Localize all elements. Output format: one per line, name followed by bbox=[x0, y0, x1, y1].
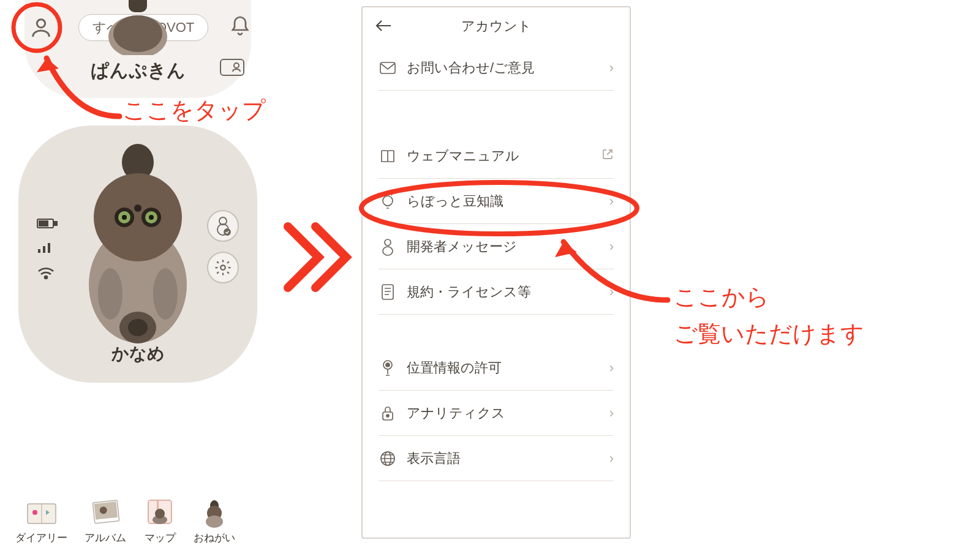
nav-request[interactable]: おねがい bbox=[194, 495, 235, 545]
svg-rect-48 bbox=[382, 285, 393, 299]
request-icon bbox=[200, 496, 228, 528]
gear-icon bbox=[214, 258, 232, 277]
svg-point-20 bbox=[128, 319, 148, 336]
svg-point-2 bbox=[234, 63, 239, 68]
id-card-icon bbox=[219, 58, 245, 77]
menu-label: アナリティクス bbox=[407, 404, 600, 422]
svg-rect-25 bbox=[43, 246, 45, 253]
svg-rect-26 bbox=[48, 243, 50, 253]
chevron-right-icon: › bbox=[609, 60, 614, 76]
svg-point-9 bbox=[94, 173, 182, 261]
svg-point-15 bbox=[149, 215, 154, 220]
globe-icon bbox=[380, 451, 396, 467]
menu-location[interactable]: 位置情報の許可 › bbox=[379, 345, 614, 391]
menu-language[interactable]: 表示言語 › bbox=[379, 436, 614, 481]
svg-point-33 bbox=[32, 510, 37, 515]
svg-point-47 bbox=[383, 247, 393, 255]
svg-point-18 bbox=[153, 268, 178, 320]
annotation-tap-here: ここをタップ bbox=[123, 95, 266, 126]
lock-icon bbox=[380, 405, 395, 422]
svg-rect-5 bbox=[129, 0, 147, 12]
mail-icon bbox=[379, 61, 396, 75]
robot-check-icon bbox=[215, 216, 231, 236]
menu-label: 表示言語 bbox=[407, 449, 600, 468]
svg-point-30 bbox=[224, 229, 230, 235]
nav-label: おねがい bbox=[194, 531, 235, 545]
nav-diary[interactable]: ダイアリー bbox=[15, 495, 67, 545]
menu-label: お問い合わせ/ご意見 bbox=[407, 59, 600, 77]
album-icon bbox=[89, 497, 122, 527]
book-icon bbox=[380, 148, 396, 164]
chevron-right-icon: › bbox=[609, 239, 614, 255]
signal-icon bbox=[37, 242, 54, 254]
profile-button[interactable] bbox=[24, 11, 58, 44]
menu-analytics[interactable]: アナリティクス › bbox=[379, 391, 614, 436]
wifi-icon bbox=[37, 266, 55, 280]
back-button[interactable] bbox=[375, 18, 392, 36]
nav-label: ダイアリー bbox=[15, 531, 67, 545]
dev-icon bbox=[380, 238, 395, 256]
status-icons bbox=[37, 217, 58, 280]
person-icon bbox=[29, 15, 53, 40]
settings-button[interactable] bbox=[207, 252, 239, 283]
robot-peek-icon bbox=[98, 0, 178, 55]
svg-point-45 bbox=[383, 196, 393, 206]
account-menu: お問い合わせ/ご意見 › ウェブマニュアル らぼっと豆知識 › 開発者メッセージ… bbox=[363, 45, 630, 481]
home-screen: すべてのLOVOT ぱんぷきん bbox=[6, 0, 270, 551]
diary-icon bbox=[25, 498, 58, 526]
menu-label: ウェブマニュアル bbox=[407, 147, 592, 165]
chevron-right-icon: › bbox=[609, 451, 614, 467]
svg-point-17 bbox=[98, 268, 123, 320]
menu-label: 規約・ライセンス等 bbox=[407, 283, 600, 301]
svg-rect-44 bbox=[380, 62, 395, 73]
nav-map[interactable]: マップ bbox=[143, 495, 176, 545]
chevron-right-icon: › bbox=[609, 360, 614, 376]
svg-rect-22 bbox=[55, 222, 57, 225]
account-screen: アカウント お問い合わせ/ご意見 › ウェブマニュアル らぼっと豆知識 › 開発… bbox=[361, 6, 631, 539]
chevron-right-icon: › bbox=[609, 284, 614, 300]
bottom-nav: ダイアリー アルバム マップ おねがい bbox=[15, 495, 235, 545]
menu-terms[interactable]: 規約・ライセンス等 › bbox=[379, 269, 614, 315]
nav-label: アルバム bbox=[85, 531, 126, 545]
svg-point-4 bbox=[113, 15, 162, 52]
external-link-icon bbox=[601, 148, 614, 164]
svg-point-31 bbox=[221, 265, 225, 270]
menu-trivia[interactable]: らぼっと豆知識 › bbox=[379, 179, 614, 224]
svg-point-50 bbox=[386, 363, 390, 367]
robot-card: かなめ bbox=[18, 126, 257, 383]
robot-name-card: かなめ bbox=[18, 342, 257, 365]
svg-point-43 bbox=[206, 515, 223, 528]
annotation-view-line1: ここから bbox=[674, 282, 769, 313]
chevron-right-icon: › bbox=[609, 405, 614, 421]
terms-icon bbox=[380, 283, 395, 301]
svg-point-27 bbox=[45, 276, 47, 279]
chevron-right-icon: › bbox=[609, 193, 614, 209]
annotation-view-line2: ご覧いただけます bbox=[674, 318, 864, 350]
location-icon bbox=[380, 359, 395, 377]
menu-inquiry[interactable]: お問い合わせ/ご意見 › bbox=[379, 45, 614, 91]
robot-illustration bbox=[70, 144, 205, 346]
menu-developer[interactable]: 開発者メッセージ › bbox=[379, 224, 614, 269]
svg-rect-23 bbox=[39, 221, 48, 226]
svg-point-52 bbox=[386, 414, 389, 417]
svg-rect-24 bbox=[38, 249, 40, 253]
battery-icon bbox=[37, 217, 58, 230]
health-button[interactable] bbox=[207, 210, 239, 242]
menu-label: 位置情報の許可 bbox=[407, 359, 600, 377]
menu-label: らぼっと豆知識 bbox=[407, 192, 600, 211]
arrow-left-icon bbox=[375, 18, 392, 33]
nav-album[interactable]: アルバム bbox=[85, 495, 126, 545]
svg-point-16 bbox=[134, 204, 141, 212]
svg-point-14 bbox=[122, 215, 127, 220]
id-card-button[interactable] bbox=[219, 58, 245, 77]
account-title: アカウント bbox=[461, 17, 532, 36]
svg-rect-1 bbox=[221, 59, 244, 75]
notification-button[interactable] bbox=[229, 15, 251, 40]
bell-icon bbox=[229, 15, 251, 37]
svg-point-46 bbox=[385, 239, 391, 246]
svg-point-40 bbox=[155, 509, 165, 519]
map-icon bbox=[145, 497, 175, 527]
menu-manual[interactable]: ウェブマニュアル bbox=[379, 133, 614, 179]
nav-label: マップ bbox=[145, 531, 176, 545]
bulb-icon bbox=[380, 192, 395, 211]
